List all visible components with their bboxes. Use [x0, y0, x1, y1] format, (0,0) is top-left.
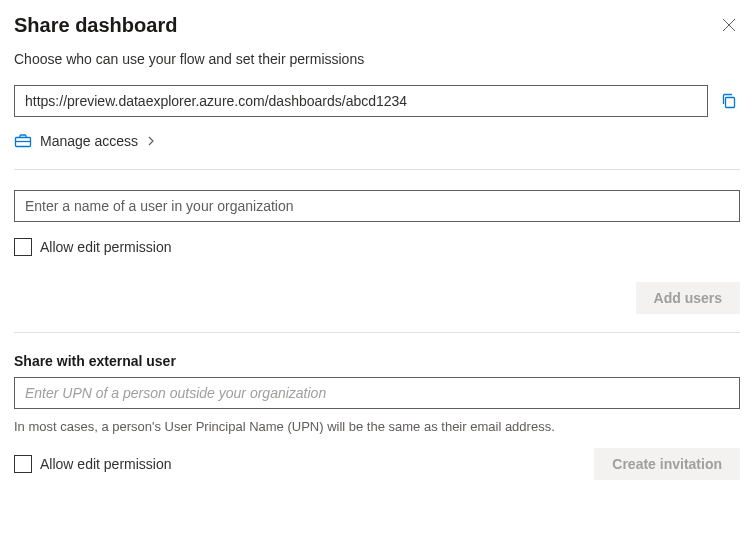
- internal-allow-edit-label: Allow edit permission: [40, 239, 172, 255]
- divider: [14, 332, 740, 333]
- close-button[interactable]: [718, 14, 740, 36]
- copy-icon: [720, 92, 738, 110]
- manage-access-link[interactable]: Manage access: [14, 133, 740, 149]
- dialog-subtitle: Choose who can use your flow and set the…: [14, 51, 740, 67]
- briefcase-icon: [14, 133, 32, 149]
- external-share-section: Share with external user In most cases, …: [14, 353, 740, 480]
- share-url-input[interactable]: [14, 85, 708, 117]
- add-users-button[interactable]: Add users: [636, 282, 740, 314]
- external-heading: Share with external user: [14, 353, 740, 369]
- dialog-header: Share dashboard: [14, 14, 740, 37]
- internal-share-section: Allow edit permission Add users: [14, 190, 740, 314]
- external-allow-edit-checkbox[interactable]: [14, 455, 32, 473]
- internal-allow-edit-row: Allow edit permission: [14, 238, 740, 256]
- external-upn-input[interactable]: [14, 377, 740, 409]
- dialog-title: Share dashboard: [14, 14, 177, 37]
- copy-url-button[interactable]: [718, 90, 740, 112]
- svg-rect-2: [726, 98, 735, 108]
- close-icon: [722, 18, 736, 32]
- external-hint: In most cases, a person's User Principal…: [14, 419, 740, 434]
- internal-allow-edit-checkbox[interactable]: [14, 238, 32, 256]
- divider: [14, 169, 740, 170]
- chevron-right-icon: [146, 136, 156, 146]
- create-invitation-button[interactable]: Create invitation: [594, 448, 740, 480]
- share-url-row: [14, 85, 740, 117]
- internal-user-input[interactable]: [14, 190, 740, 222]
- share-dashboard-dialog: Share dashboard Choose who can use your …: [0, 0, 754, 494]
- external-allow-edit-label: Allow edit permission: [40, 456, 172, 472]
- manage-access-label: Manage access: [40, 133, 138, 149]
- external-allow-edit-row: Allow edit permission: [14, 455, 172, 473]
